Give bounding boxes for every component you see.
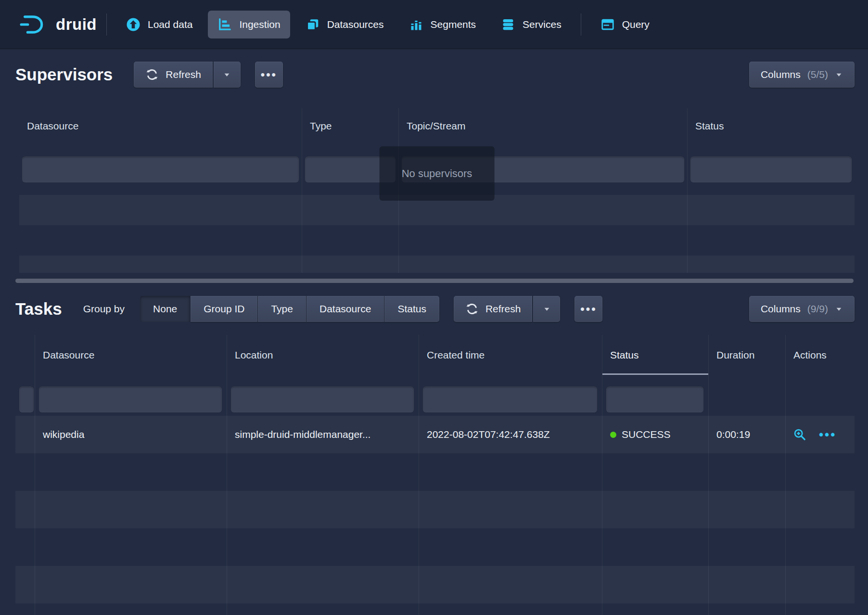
horizontal-scrollbar[interactable] [15, 279, 854, 283]
task-created-time-cell: 2022-08-02T07:42:47.638Z [419, 416, 602, 453]
tasks-more-button[interactable]: ••• [574, 296, 602, 322]
group-by-status-button[interactable]: Status [384, 296, 439, 322]
task-datasource-cell: wikipedia [35, 416, 227, 453]
group-by-group-id-button[interactable]: Group ID [191, 296, 257, 322]
supervisors-columns-button[interactable]: Columns (5/5) [749, 62, 855, 88]
navbar-divider [106, 13, 107, 36]
druid-logo-icon [19, 14, 48, 35]
column-header[interactable]: Datasource [19, 108, 302, 144]
druid-logo[interactable]: druid [19, 14, 97, 35]
nav-label: Segments [431, 19, 476, 30]
group-by-none-button[interactable]: None [140, 296, 190, 322]
tasks-filter-row [15, 375, 855, 416]
nav-label: Load data [148, 19, 192, 30]
empty-state-message: No supervisors [380, 146, 495, 201]
task-duration-cell: 0:00:19 [708, 416, 785, 453]
row-number-column-header [15, 335, 35, 375]
row-more-actions-icon[interactable]: ••• [819, 428, 836, 441]
tasks-refresh-group: Refresh [454, 296, 561, 322]
top-navbar: druid Load data Ingestion Datasources [0, 0, 868, 49]
supervisors-table: Datasource Type Topic/Stream Status No s… [19, 108, 855, 273]
column-header[interactable]: Topic/Stream [398, 108, 687, 144]
supervisors-refresh-dropdown-button[interactable] [214, 62, 241, 88]
nav-query[interactable]: Query [591, 11, 659, 38]
empty-row [15, 566, 855, 603]
empty-row [15, 453, 855, 491]
nav-segments[interactable]: Segments [399, 11, 486, 38]
empty-row [19, 225, 855, 256]
chevron-down-icon [543, 305, 551, 313]
supervisors-section: Supervisors Refresh ••• [0, 60, 868, 283]
query-icon [600, 17, 615, 32]
nav-label: Query [622, 19, 650, 30]
nav-ingestion[interactable]: Ingestion [208, 11, 290, 38]
query-navigation: Query [591, 11, 659, 38]
tasks-table: Datasource Location Created time Status … [15, 335, 855, 615]
row-number-filter-input[interactable] [19, 386, 34, 412]
upload-icon [126, 17, 140, 32]
column-header[interactable]: Created time [419, 335, 602, 375]
task-location-cell: simple-druid-middlemanager... [227, 416, 419, 453]
column-header[interactable]: Status [687, 108, 855, 144]
refresh-icon [145, 68, 159, 81]
nav-datasources[interactable]: Datasources [296, 11, 394, 38]
chevron-down-icon [835, 71, 843, 79]
column-header[interactable]: Duration [708, 335, 785, 375]
columns-count: (9/9) [807, 303, 828, 315]
tasks-columns-button[interactable]: Columns (9/9) [749, 296, 855, 322]
group-by-type-button[interactable]: Type [258, 296, 306, 322]
created-time-filter-input[interactable] [423, 386, 597, 412]
brand-text: druid [56, 15, 97, 34]
refresh-label: Refresh [485, 303, 521, 315]
more-icon: ••• [580, 303, 597, 315]
supervisors-more-button[interactable]: ••• [255, 62, 283, 88]
magnifier-plus-icon[interactable] [793, 428, 806, 441]
group-by-datasource-button[interactable]: Datasource [306, 296, 384, 322]
columns-count: (5/5) [807, 69, 828, 80]
supervisors-refresh-group: Refresh [134, 62, 241, 88]
empty-row [15, 603, 855, 615]
more-icon: ••• [261, 69, 277, 80]
chevron-down-icon [835, 305, 843, 313]
empty-row [15, 491, 855, 528]
refresh-icon [465, 302, 479, 316]
tasks-refresh-button[interactable]: Refresh [454, 296, 533, 322]
tasks-section: Tasks Group by None Group ID Type Dataso… [0, 295, 868, 615]
group-by-label: Group by [83, 303, 125, 315]
empty-row [15, 528, 855, 566]
nav-label: Datasources [327, 19, 384, 30]
datasource-filter-input[interactable] [39, 386, 222, 412]
empty-row [19, 256, 855, 273]
column-header[interactable]: Actions [785, 335, 855, 375]
task-actions-cell: ••• [785, 416, 855, 453]
datasources-icon [306, 17, 320, 32]
segments-icon [409, 17, 423, 32]
nav-label: Ingestion [239, 19, 280, 30]
navbar-divider [581, 13, 581, 36]
column-header-sorted[interactable]: Status [602, 335, 708, 375]
supervisors-toolbar: Supervisors Refresh ••• [15, 60, 855, 89]
tasks-header-row: Datasource Location Created time Status … [15, 335, 855, 375]
ingestion-icon [217, 17, 232, 32]
column-header[interactable]: Type [302, 108, 398, 144]
task-status-cell: SUCCESS [602, 416, 708, 453]
status-filter-input[interactable] [606, 386, 703, 412]
tasks-refresh-dropdown-button[interactable] [533, 296, 560, 322]
supervisors-refresh-button[interactable]: Refresh [134, 62, 213, 88]
refresh-label: Refresh [166, 69, 201, 80]
status-dot [610, 432, 616, 438]
services-icon [501, 17, 515, 32]
task-row[interactable]: wikipedia simple-druid-middlemanager... … [15, 416, 855, 453]
supervisors-title: Supervisors [15, 65, 113, 84]
location-filter-input[interactable] [231, 386, 414, 412]
column-header[interactable]: Datasource [35, 335, 227, 375]
chevron-down-icon [223, 71, 231, 79]
tasks-toolbar: Tasks Group by None Group ID Type Dataso… [15, 295, 855, 323]
columns-label: Columns [761, 303, 801, 315]
status-badge: SUCCESS [622, 429, 671, 440]
datasource-filter-input[interactable] [22, 156, 299, 182]
nav-services[interactable]: Services [491, 11, 571, 38]
status-filter-input[interactable] [690, 156, 852, 182]
column-header[interactable]: Location [227, 335, 419, 375]
nav-load-data[interactable]: Load data [116, 11, 202, 38]
